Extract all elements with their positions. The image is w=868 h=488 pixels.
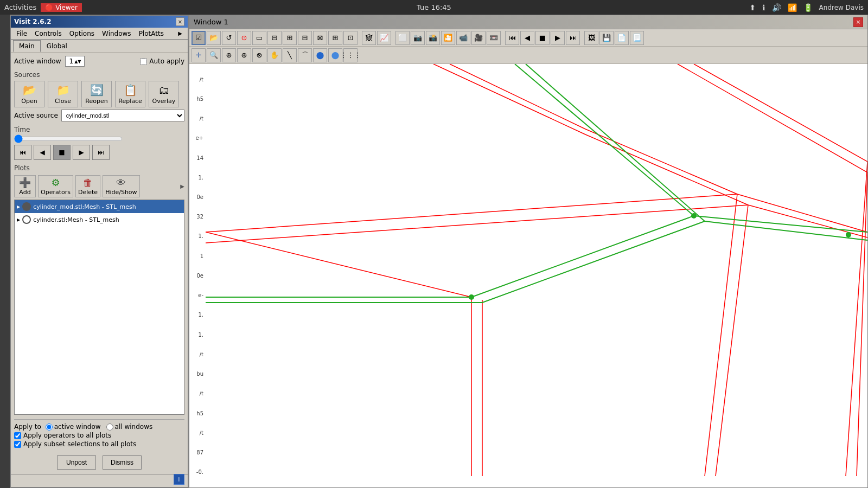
close-button[interactable]: 📁 Close — [48, 81, 78, 107]
hide-show-button[interactable]: 👁 Hide/Show — [103, 175, 139, 197]
tb-circle-button[interactable]: ⊙ — [237, 31, 251, 45]
tb-arr-left-button[interactable]: ⏮ — [505, 31, 519, 45]
tab-main[interactable]: Main — [13, 40, 41, 52]
reopen-button[interactable]: 🔄 Reopen — [81, 81, 112, 107]
radio-active-window-input[interactable] — [46, 423, 53, 431]
time-prev-button[interactable]: ◀ — [34, 145, 51, 160]
tb-net-button[interactable]: 🕸 — [362, 31, 376, 45]
tb-grid3-button[interactable]: ⊠ — [313, 31, 327, 45]
viewer-toolbar-1: ☑ 📂 ↺ ⊙ ▭ ⊟ ⊞ ⊟ ⊠ ⊞ ⊡ 🕸 📈 ⬜ 📷 📸 🎦 📹 🎥 📼 … — [189, 29, 867, 47]
time-rewind-button[interactable]: ⏮ — [14, 145, 31, 160]
tb2-zoomy-button[interactable]: ⊕ — [237, 48, 251, 62]
apply-row: Apply to active window all windows — [14, 423, 184, 431]
menu-file[interactable]: File — [13, 29, 30, 38]
svg-line-23 — [471, 216, 694, 297]
menu-windows[interactable]: Windows — [99, 29, 135, 38]
viewer-toolbar-2: ✛ 🔍 ⊕ ⊕ ⊗ ✋ ╲ ⌒ ⬤ ⬤ ⋮⋮⋮ — [189, 47, 867, 64]
tb-minus-button[interactable]: ⊟ — [267, 31, 282, 45]
time-section: Time ⏮ ◀ ■ ▶ ⏭ — [14, 126, 184, 160]
axis-label-13: 1. — [189, 332, 206, 338]
tb-rect-button[interactable]: ▭ — [252, 31, 266, 45]
system-time: Tue 16:45 — [417, 3, 451, 11]
tb-cube-button[interactable]: ⬜ — [395, 31, 410, 45]
visit-close-button[interactable]: ✕ — [176, 17, 184, 26]
time-slider[interactable] — [14, 134, 123, 143]
tb-grid4-button[interactable]: ⊞ — [328, 31, 342, 45]
radio-all-windows-input[interactable] — [106, 423, 113, 431]
tb2-zoomx-button[interactable]: ⊕ — [222, 48, 236, 62]
axis-label-9: 1 — [189, 253, 206, 259]
tb-cube3-button[interactable]: 📸 — [426, 31, 440, 45]
unpost-button[interactable]: Unpost — [57, 455, 96, 470]
open-button[interactable]: 📂 Open — [14, 81, 44, 107]
svg-line-1 — [433, 64, 585, 134]
activities-label[interactable]: Activities — [4, 3, 36, 11]
tb-cube7-button[interactable]: 📼 — [487, 31, 501, 45]
tb-rotate-button[interactable]: ↺ — [222, 31, 236, 45]
time-fastforward-button[interactable]: ⏭ — [92, 145, 110, 160]
tb-img-button[interactable]: 🖼 — [584, 31, 598, 45]
tb-save1-button[interactable]: 💾 — [599, 31, 614, 45]
tb-save2-button[interactable]: 📄 — [615, 31, 629, 45]
tb-grid5-button[interactable]: ⊡ — [343, 31, 358, 45]
axis-label-7: 32 — [189, 214, 206, 220]
tb-tri-left-button[interactable]: ◀ — [520, 31, 534, 45]
viewer-close-button[interactable]: × — [853, 17, 863, 27]
menu-controls[interactable]: Controls — [31, 29, 65, 38]
operators-button[interactable]: ⚙ Operators — [38, 175, 73, 197]
tb2-zoom-button[interactable]: 🔍 — [207, 48, 221, 62]
tb-save3-button[interactable]: 📃 — [630, 31, 644, 45]
plot-item-1[interactable]: ▶ cylinder.stl:Mesh - STL_mesh — [15, 213, 184, 226]
tb2-arc-button[interactable]: ⌒ — [298, 48, 312, 62]
replace-button[interactable]: 📋 Replace — [115, 81, 145, 107]
tb-cube5-button[interactable]: 📹 — [456, 31, 470, 45]
tb-stop2-button[interactable]: ■ — [535, 31, 550, 45]
plot-icon-1 — [22, 215, 31, 224]
add-plot-button[interactable]: ➕ Add — [14, 175, 36, 197]
tb2-pan-button[interactable]: ✋ — [267, 48, 282, 62]
menu-expand[interactable]: ▶ — [175, 29, 186, 37]
apply-operators-checkbox[interactable] — [14, 432, 21, 439]
user-name[interactable]: Andrew Davis — [819, 4, 864, 11]
tb-select-button[interactable]: ☑ — [192, 31, 206, 45]
delete-plot-button[interactable]: 🗑 Delete — [75, 175, 100, 197]
axis-label-8: 1. — [189, 233, 206, 239]
battery-icon: 🔋 — [803, 3, 813, 12]
sources-buttons: 📂 Open 📁 Close 🔄 Reopen 📋 Replace — [14, 81, 184, 107]
active-window-spinner[interactable]: 1 ▲▼ — [65, 56, 85, 67]
viewer-window: Window 1 × ☑ 📂 ↺ ⊙ ▭ ⊟ ⊞ ⊟ ⊠ ⊞ ⊡ 🕸 📈 ⬜ 📷… — [189, 15, 868, 488]
menu-plotatts[interactable]: PlotAtts — [136, 29, 167, 38]
axis-label-3: e+ — [189, 135, 206, 141]
tb-cube4-button[interactable]: 🎦 — [441, 31, 455, 45]
delete-icon: 🗑 — [83, 177, 93, 188]
close-folder-icon: 📁 — [56, 84, 70, 97]
plots-expand[interactable]: ▶ — [180, 183, 184, 189]
tb-ff-button[interactable]: ⏭ — [566, 31, 580, 45]
tb2-crosshair-button[interactable]: ✛ — [192, 48, 206, 62]
tb-grid1-button[interactable]: ⊞ — [283, 31, 297, 45]
tb-cube6-button[interactable]: 🎥 — [471, 31, 486, 45]
plot-item-0[interactable]: ▶ cylinder_mod.stl:Mesh - STL_mesh — [15, 200, 184, 213]
overlay-icon: 🗂 — [158, 84, 169, 97]
main-content: Visit 2.6.2 ✕ File Controls Options Wind… — [0, 15, 868, 488]
tb2-zoomn-button[interactable]: ⊗ — [252, 48, 266, 62]
time-stop-button[interactable]: ■ — [53, 145, 71, 160]
dismiss-button[interactable]: Dismiss — [103, 455, 142, 470]
axis-label-10: 0e — [189, 273, 206, 279]
tb-open-button[interactable]: 📂 — [207, 31, 221, 45]
tab-global[interactable]: Global — [41, 40, 73, 52]
tb-curve-button[interactable]: 📈 — [377, 31, 391, 45]
tb-play2-button[interactable]: ▶ — [551, 31, 565, 45]
tb2-circlesel-button[interactable]: ⬤ — [313, 48, 327, 62]
tb-grid2-button[interactable]: ⊟ — [298, 31, 312, 45]
tb2-line-button[interactable]: ╲ — [283, 48, 297, 62]
apply-subset-checkbox[interactable] — [14, 441, 21, 448]
tb2-scatter-button[interactable]: ⋮⋮⋮ — [343, 48, 358, 62]
menu-options[interactable]: Options — [66, 29, 98, 38]
overlay-button[interactable]: 🗂 Overlay — [149, 81, 179, 107]
status-bar: i — [11, 474, 188, 487]
auto-apply-checkbox[interactable] — [140, 58, 147, 65]
time-play-button[interactable]: ▶ — [73, 145, 90, 160]
active-source-select[interactable]: cylinder_mod.stl — [61, 110, 184, 121]
tb-cube2-button[interactable]: 📷 — [411, 31, 425, 45]
